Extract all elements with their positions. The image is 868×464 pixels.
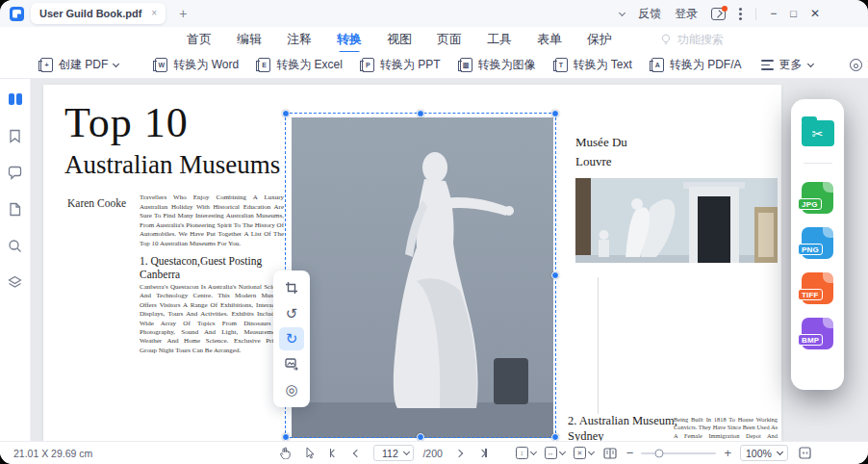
feature-search[interactable]: 功能搜索 [660, 32, 724, 48]
convert-to-pdfa-button[interactable]: A 转换为 PDF/A [646, 54, 748, 76]
feature-search-label: 功能搜索 [677, 32, 724, 48]
menu-protect[interactable]: 保护 [585, 27, 614, 52]
more-lines-icon [761, 60, 774, 70]
selection-handle[interactable] [282, 110, 290, 117]
menu-edit[interactable]: 编辑 [235, 27, 264, 52]
export-png-button[interactable]: PNG [802, 227, 833, 259]
zoom-thumb[interactable] [655, 449, 664, 457]
page-panel-icon[interactable] [7, 201, 23, 218]
export-bmp-button[interactable]: BMP [802, 318, 833, 349]
zoom-slider[interactable]: − + [626, 447, 731, 459]
image-file-icon: ▥ [460, 58, 472, 72]
create-pdf-button[interactable]: + 创建 PDF [35, 54, 124, 76]
convert-to-ppt-button[interactable]: P 转换为 PPT [356, 54, 447, 76]
more-menu-icon[interactable] [739, 13, 742, 15]
article-title-line2: Australian Museums [64, 150, 280, 180]
page-number-box[interactable] [373, 445, 414, 461]
statue-image[interactable] [292, 117, 553, 438]
extract-image-button[interactable]: ◎ [279, 378, 304, 401]
fullscreen-icon[interactable] [797, 446, 812, 461]
chevron-down-icon [777, 449, 783, 455]
app-window: User Guild Book.pdf × + 反馈 登录 − □ ✕ 首页 编… [0, 0, 868, 464]
fit-page-icon: ↕ [516, 447, 528, 459]
document-tab[interactable]: User Guild Book.pdf × [31, 3, 166, 24]
export-tiff-button[interactable]: TIFF [802, 272, 833, 304]
chevron-down-icon [113, 61, 119, 67]
louvre-image[interactable] [575, 178, 778, 263]
louvre-caption: Musée Du Louvre [575, 133, 652, 171]
ppt-file-icon: P [362, 58, 374, 72]
previous-page-button[interactable] [349, 446, 365, 461]
snip-tool-icon[interactable]: ✂ [802, 120, 834, 146]
page-mode-icon: ✕ [574, 447, 586, 459]
document-canvas[interactable]: Top 10 Australian Museums Karen Cooke Tr… [31, 79, 868, 441]
column-rule [598, 277, 599, 414]
app-logo-icon [10, 7, 24, 21]
convert-toolbar: + 创建 PDF W 转换为 Word E 转换为 Excel P 转换为 PP… [0, 52, 868, 79]
first-page-button[interactable] [325, 446, 341, 461]
crop-button[interactable] [279, 276, 304, 299]
fit-width-icon: ↔ [545, 447, 557, 459]
convert-to-text-button[interactable]: T 转换为 Text [549, 54, 638, 76]
zoom-level-box[interactable]: 100% [740, 445, 788, 461]
close-button[interactable]: ✕ [810, 8, 820, 19]
promotion-icon[interactable] [711, 8, 726, 20]
thumbnail-panel-icon[interactable] [7, 91, 23, 108]
page-mode-dropdown[interactable]: ✕ [574, 447, 594, 459]
menu-comment[interactable]: 注释 [285, 27, 314, 52]
tab-close-icon[interactable]: × [151, 9, 157, 18]
convert-settings-button[interactable]: 转换设置 [844, 54, 868, 76]
layers-panel-icon[interactable] [7, 274, 23, 291]
next-page-button[interactable] [451, 446, 467, 461]
tiff-label: TIFF [798, 289, 823, 300]
menu-tools[interactable]: 工具 [485, 27, 514, 52]
menu-form[interactable]: 表单 [535, 27, 564, 52]
maximize-button[interactable]: □ [790, 9, 797, 19]
new-tab-button[interactable]: + [179, 7, 187, 20]
last-page-button[interactable] [475, 446, 491, 461]
png-label: PNG [798, 244, 823, 255]
menu-view[interactable]: 视图 [385, 27, 414, 52]
settings-icon [850, 59, 862, 71]
fit-page-dropdown[interactable]: ↕ [516, 447, 536, 459]
pdf-page[interactable]: Top 10 Australian Museums Karen Cooke Tr… [43, 85, 781, 441]
selection-handle[interactable] [551, 110, 559, 117]
login-button[interactable]: 登录 [675, 6, 698, 22]
image-format-panel: ✂ JPG PNG TIFF BMP [791, 99, 844, 390]
menu-convert[interactable]: 转换 [335, 27, 364, 52]
article-author: Karen Cooke [67, 197, 126, 209]
two-page-view-icon[interactable] [602, 446, 618, 461]
chevron-down-icon [806, 61, 813, 67]
page-total-label: /200 [422, 448, 442, 459]
window-dropdown-chevron-icon[interactable] [619, 9, 625, 15]
rotate-right-button[interactable]: ↻ [279, 327, 304, 350]
export-jpg-button[interactable]: JPG [802, 182, 833, 214]
convert-to-excel-button[interactable]: E 转换为 Excel [252, 54, 348, 76]
rotate-left-button[interactable]: ↺ [279, 302, 304, 325]
zoom-level-label: 100% [746, 448, 772, 459]
comment-panel-icon[interactable] [7, 165, 23, 181]
fit-width-dropdown[interactable]: ↔ [545, 447, 565, 459]
selection-handle[interactable] [282, 433, 290, 441]
convert-to-image-button[interactable]: ▥ 转换为图像 [454, 54, 542, 76]
replace-image-button[interactable] [279, 352, 304, 375]
bookmark-panel-icon[interactable] [7, 128, 23, 144]
zoom-track[interactable] [641, 452, 716, 454]
word-file-icon: W [155, 58, 167, 72]
convert-to-word-button[interactable]: W 转换为 Word [149, 54, 244, 76]
more-button[interactable]: 更多 [755, 54, 819, 76]
selection-handle[interactable] [417, 110, 424, 117]
panel-divider [804, 163, 832, 164]
select-tool-icon[interactable] [301, 446, 317, 461]
hand-tool-icon[interactable] [277, 446, 293, 461]
bmp-label: BMP [798, 334, 823, 346]
menu-home[interactable]: 首页 [185, 27, 214, 52]
minimize-button[interactable]: − [770, 8, 777, 19]
menu-page[interactable]: 页面 [435, 27, 464, 52]
feedback-button[interactable]: 反馈 [638, 6, 661, 22]
zoom-out-icon[interactable]: − [626, 447, 634, 459]
page-size-label: 21.01 X 29.69 cm [13, 448, 92, 459]
zoom-in-icon[interactable]: + [724, 447, 731, 459]
search-panel-icon[interactable] [7, 238, 23, 254]
page-number-input[interactable] [378, 448, 401, 459]
